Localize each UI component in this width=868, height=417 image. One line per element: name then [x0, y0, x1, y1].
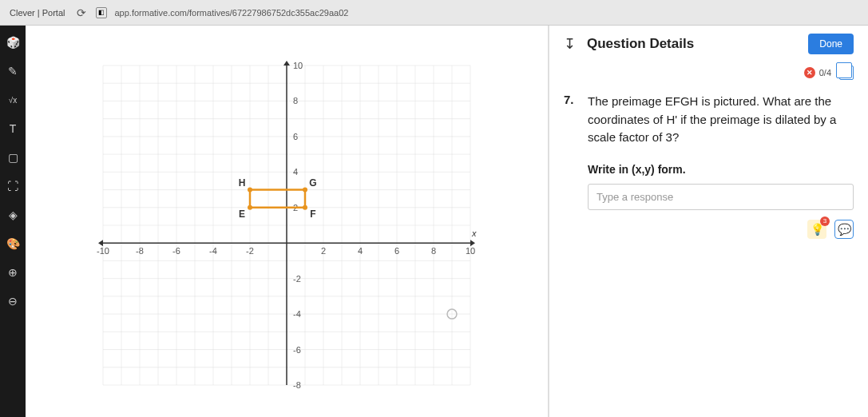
- zoom-out-icon[interactable]: ⊖: [4, 292, 22, 310]
- svg-marker-42: [470, 240, 475, 246]
- svg-text:-10: -10: [97, 246, 109, 256]
- svg-text:-2: -2: [293, 274, 301, 284]
- svg-marker-43: [98, 240, 103, 246]
- image-icon[interactable]: ▢: [4, 149, 22, 166]
- svg-text:F: F: [310, 208, 315, 220]
- math-icon[interactable]: √x: [4, 91, 22, 109]
- text-icon[interactable]: T: [4, 120, 22, 137]
- svg-text:6: 6: [293, 132, 298, 141]
- svg-text:4: 4: [358, 246, 363, 256]
- site-icon: ◧: [96, 7, 107, 18]
- svg-marker-44: [283, 61, 290, 66]
- svg-text:-6: -6: [172, 246, 180, 256]
- svg-text:x: x: [471, 228, 477, 238]
- svg-text:-6: -6: [293, 345, 301, 355]
- expand-icon[interactable]: ⛶: [4, 177, 22, 195]
- copy-icon[interactable]: [839, 66, 854, 80]
- question-text: The preimage EFGH is pictured. What are …: [588, 93, 854, 147]
- palette-icon[interactable]: 🎨: [4, 235, 22, 252]
- browser-bar: Clever | Portal ⟳ ◧ app.formative.com/fo…: [0, 0, 868, 26]
- svg-text:-8: -8: [136, 246, 144, 256]
- x-icon: ✕: [804, 67, 815, 78]
- done-button[interactable]: Done: [808, 34, 854, 54]
- svg-point-66: [248, 205, 252, 210]
- left-toolbar: 🎲 ✎ √x T ▢ ⛶ ◈ 🎨 ⊕ ⊖: [0, 26, 26, 417]
- placeholder-text: Type a response: [597, 191, 673, 203]
- svg-text:10: 10: [466, 246, 475, 256]
- svg-text:-4: -4: [293, 309, 301, 319]
- hint-count: 3: [820, 216, 830, 226]
- answer-instruction: Write in (x,y) form.: [588, 163, 854, 176]
- svg-text:2: 2: [321, 246, 326, 256]
- svg-text:-8: -8: [293, 380, 301, 390]
- chat-button[interactable]: 💬: [834, 220, 854, 239]
- dice-icon[interactable]: 🎲: [4, 34, 22, 51]
- svg-text:8: 8: [293, 96, 298, 105]
- svg-point-70: [303, 188, 307, 193]
- svg-text:6: 6: [394, 246, 399, 256]
- svg-text:-4: -4: [209, 246, 217, 256]
- tab-title: Clever | Portal: [10, 8, 65, 18]
- score-badge: ✕ 0/4: [804, 67, 831, 78]
- response-input[interactable]: Type a response: [588, 184, 854, 210]
- svg-text:G: G: [309, 177, 316, 189]
- hint-button[interactable]: 💡3: [807, 220, 826, 239]
- svg-text:E: E: [239, 208, 245, 220]
- svg-text:H: H: [239, 177, 246, 189]
- canvas-area: -10-8-6-4-2246810-8-6-4-2246810xEFGH: [26, 26, 548, 417]
- coordinate-graph[interactable]: -10-8-6-4-2246810-8-6-4-2246810xEFGH: [87, 50, 486, 401]
- tag-icon[interactable]: ◈: [4, 206, 22, 224]
- reload-icon[interactable]: ⟳: [75, 6, 88, 19]
- panel-title: Question Details: [587, 36, 694, 52]
- question-number: 7.: [564, 93, 578, 147]
- svg-text:10: 10: [293, 61, 303, 70]
- svg-text:4: 4: [293, 167, 298, 177]
- svg-text:8: 8: [431, 246, 436, 256]
- score-text: 0/4: [819, 68, 831, 77]
- zoom-in-icon[interactable]: ⊕: [4, 264, 22, 281]
- url-text[interactable]: app.formative.com/formatives/67227986752…: [115, 8, 349, 18]
- collapse-icon[interactable]: ↧: [564, 35, 576, 53]
- svg-text:-2: -2: [246, 246, 254, 256]
- svg-point-72: [248, 188, 252, 193]
- question-details-panel: ↧ Question Details Done ✕ 0/4 7. The pre…: [549, 26, 868, 417]
- svg-point-68: [303, 205, 307, 210]
- pencil-icon[interactable]: ✎: [4, 62, 22, 80]
